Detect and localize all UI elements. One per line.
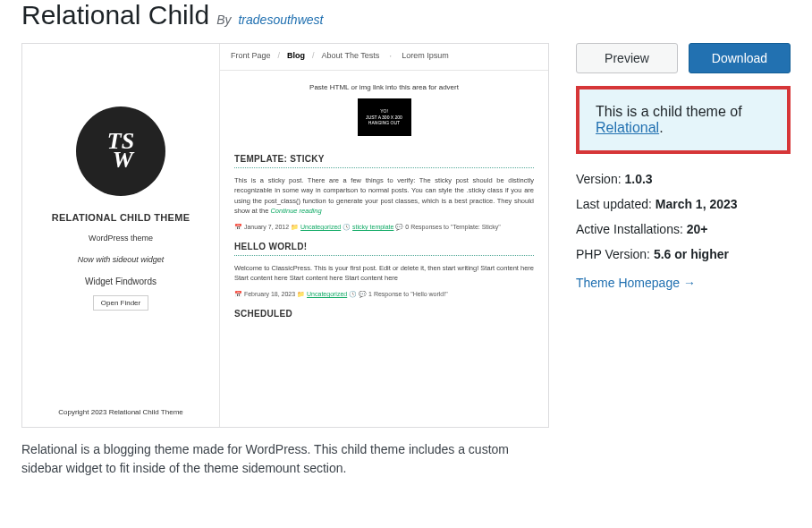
meta-version: Version: 1.0.3 (576, 166, 791, 192)
theme-meta: Version: 1.0.3 Last updated: March 1, 20… (576, 166, 791, 295)
meta-php: PHP Version: 5.6 or higher (576, 242, 791, 267)
folder-icon: 📁 (297, 291, 305, 297)
post-meta: 📅 February 18, 2023 📁 Uncategorized 🕓 💬 … (234, 290, 534, 300)
advert-box: YO! JUST A 300 X 200 HANGING OUT (358, 98, 411, 136)
screenshot-post-3: SCHEDULED (220, 300, 548, 322)
theme-title: Relational Child (21, 0, 209, 30)
screenshot-widget-title: Widget Findwords (85, 277, 156, 286)
screenshot-theme-title: RELATIONAL CHILD THEME (52, 212, 190, 223)
meta-installs: Active Installations: 20+ (576, 217, 791, 242)
screenshot-subtitle: WordPress theme (89, 234, 153, 243)
calendar-icon: 📅 (234, 224, 242, 230)
left-column: TS W RELATIONAL CHILD THEME WordPress th… (21, 43, 549, 478)
post-title: HELLO WORLD! (234, 242, 534, 251)
right-column: Preview Download This is a child theme o… (576, 43, 791, 478)
notice-text: This is a child theme of (596, 104, 742, 119)
theme-description: Relational is a blogging theme made for … (21, 440, 549, 478)
screenshot-tagline: Now with sideout widget (78, 255, 165, 264)
advert-label: Paste HTML or img link into this area fo… (231, 83, 537, 91)
screenshot-sidebar: TS W RELATIONAL CHILD THEME WordPress th… (22, 44, 219, 427)
main-content: TS W RELATIONAL CHILD THEME WordPress th… (21, 43, 791, 478)
meta-updated: Last updated: March 1, 2023 (576, 192, 791, 217)
post-meta: 📅 January 7, 2012 📁 Uncategorized 🕓 stic… (234, 223, 534, 233)
comment-icon: 💬 (395, 224, 403, 230)
theme-homepage-link[interactable]: Theme Homepage → (576, 270, 696, 295)
post-title: SCHEDULED (234, 309, 534, 319)
comment-icon: 💬 (359, 291, 367, 297)
author-link[interactable]: tradesouthwest (238, 13, 323, 27)
screenshot-logo: TS W (76, 106, 165, 196)
screenshot-post-1: TEMPLATE: STICKY This is a sticky post. … (220, 145, 548, 233)
nav-item: About The Tests (322, 51, 380, 63)
folder-icon: 📁 (291, 224, 299, 230)
theme-screenshot[interactable]: TS W RELATIONAL CHILD THEME WordPress th… (21, 43, 549, 428)
screenshot-body: Front Page/ Blog/ About The Tests・ Lorem… (219, 44, 548, 427)
screenshot-open-finder-button: Open Finder (93, 295, 148, 311)
screenshot-copyright: Copyright 2023 Relational Child Theme (58, 399, 183, 427)
download-button[interactable]: Download (689, 43, 791, 73)
calendar-icon: 📅 (234, 291, 242, 297)
page-header: Relational Child By tradesouthwest (21, 0, 791, 30)
by-label: By (216, 13, 231, 27)
preview-button[interactable]: Preview (576, 43, 678, 73)
screenshot-advert: Paste HTML or img link into this area fo… (220, 71, 548, 145)
child-theme-notice: This is a child theme of Relational. (576, 86, 791, 154)
post-title: TEMPLATE: STICKY (234, 154, 534, 164)
tag-icon: 🕓 (349, 291, 357, 297)
screenshot-nav: Front Page/ Blog/ About The Tests・ Lorem… (220, 44, 548, 71)
arrow-right-icon: → (683, 270, 696, 295)
parent-theme-link[interactable]: Relational (596, 120, 659, 135)
action-buttons: Preview Download (576, 43, 791, 73)
nav-item: Blog (287, 51, 305, 63)
tag-icon: 🕓 (343, 224, 351, 230)
nav-item: Front Page (231, 51, 271, 63)
nav-item: Lorem Ipsum (402, 51, 449, 63)
screenshot-post-2: HELLO WORLD! Welcome to ClassicPress. Th… (220, 233, 548, 300)
